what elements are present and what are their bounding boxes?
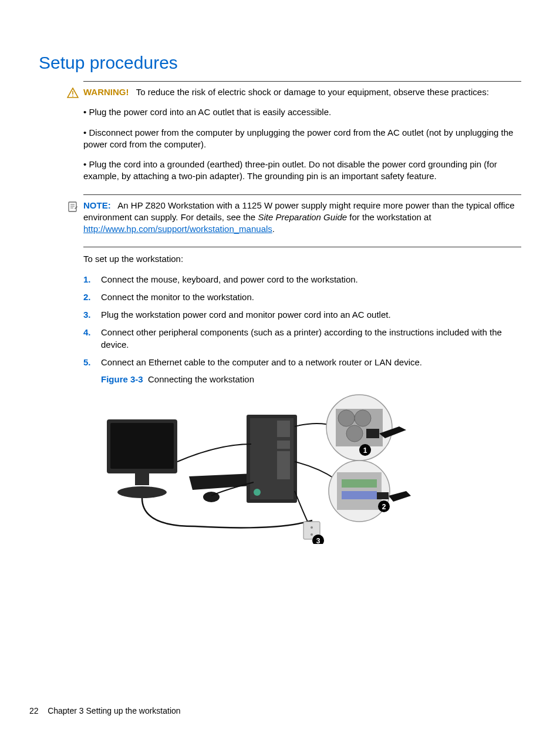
- svg-point-22: [338, 410, 355, 426]
- note-italic: Site Preparation Guide: [258, 212, 347, 222]
- step-number: 4.: [83, 327, 101, 351]
- page-footer: 22 Chapter 3 Setting up the workstation: [29, 706, 181, 715]
- step-3: 3. Plug the workstation power cord and m…: [83, 309, 521, 321]
- content-block: WARNING! To reduce the risk of electric …: [83, 86, 521, 544]
- svg-rect-8: [135, 473, 149, 485]
- step-number: 1.: [83, 274, 101, 285]
- figure-image: 1 2 3: [101, 391, 521, 544]
- step-text: Connect the mouse, keyboard, and power c…: [101, 274, 521, 285]
- figure-caption: Figure 3-3 Connecting the workstation: [101, 374, 521, 384]
- note-callout: NOTE: An HP Z820 Workstation with a 1125…: [83, 200, 521, 244]
- step-2: 2. Connect the monitor to the workstatio…: [83, 291, 521, 303]
- step-text: Connect other peripheral components (suc…: [101, 327, 521, 351]
- svg-point-18: [311, 526, 313, 529]
- svg-rect-14: [277, 441, 290, 449]
- svg-point-19: [311, 533, 313, 536]
- setup-intro: To set up the workstation:: [83, 253, 521, 265]
- divider: [83, 247, 521, 247]
- warning-intro-text: To reduce the risk of electric shock or …: [136, 87, 489, 97]
- step-text: Connect an Ethernet cable to the compute…: [101, 357, 521, 368]
- svg-rect-2: [69, 202, 76, 211]
- figure-label: Figure 3-3: [101, 374, 143, 384]
- warning-bullet-1: • Disconnect power from the computer by …: [83, 127, 521, 151]
- callout-2: 2: [382, 503, 386, 511]
- page-number: 22: [29, 706, 39, 715]
- svg-rect-7: [110, 423, 174, 469]
- warning-callout: WARNING! To reduce the risk of electric …: [83, 86, 521, 191]
- svg-rect-15: [277, 451, 290, 479]
- warning-bullet-0: • Plug the power cord into an AC outlet …: [83, 106, 521, 118]
- warning-label: WARNING!: [83, 87, 129, 97]
- svg-rect-28: [342, 479, 377, 488]
- note-text: NOTE: An HP Z820 Workstation with a 1125…: [83, 200, 521, 236]
- warning-bullet-2: • Plug the cord into a grounded (earthed…: [83, 159, 521, 183]
- step-number: 5.: [83, 357, 101, 368]
- step-number: 3.: [83, 309, 101, 321]
- step-text: Plug the workstation power cord and moni…: [101, 309, 521, 321]
- svg-rect-25: [366, 429, 379, 438]
- divider: [83, 81, 521, 82]
- note-body-2: for the workstation at: [347, 212, 431, 222]
- figure-caption-text: Connecting the workstation: [148, 374, 254, 384]
- note-label: NOTE:: [83, 200, 111, 210]
- step-text: Connect the monitor to the workstation.: [101, 291, 521, 303]
- svg-rect-30: [377, 492, 389, 499]
- divider: [83, 194, 521, 195]
- svg-point-24: [346, 425, 363, 442]
- svg-point-23: [355, 410, 371, 426]
- svg-point-1: [72, 96, 73, 97]
- note-period: .: [272, 224, 275, 234]
- svg-rect-29: [342, 491, 377, 499]
- step-4: 4. Connect other peripheral components (…: [83, 327, 521, 351]
- note-link[interactable]: http://www.hp.com/support/workstation_ma…: [83, 224, 272, 234]
- svg-point-16: [254, 489, 261, 496]
- warning-icon: [67, 88, 81, 100]
- step-number: 2.: [83, 291, 101, 303]
- section-title: Setup procedures: [39, 53, 521, 73]
- warning-intro: WARNING! To reduce the risk of electric …: [83, 86, 521, 98]
- callout-3: 3: [316, 537, 321, 544]
- step-5: 5. Connect an Ethernet cable to the comp…: [83, 357, 521, 368]
- note-icon: [67, 201, 81, 214]
- chapter-label: Chapter 3 Setting up the workstation: [48, 706, 180, 715]
- step-1: 1. Connect the mouse, keyboard, and powe…: [83, 274, 521, 285]
- svg-rect-13: [277, 421, 290, 437]
- callout-1: 1: [363, 446, 367, 455]
- svg-point-9: [117, 486, 167, 498]
